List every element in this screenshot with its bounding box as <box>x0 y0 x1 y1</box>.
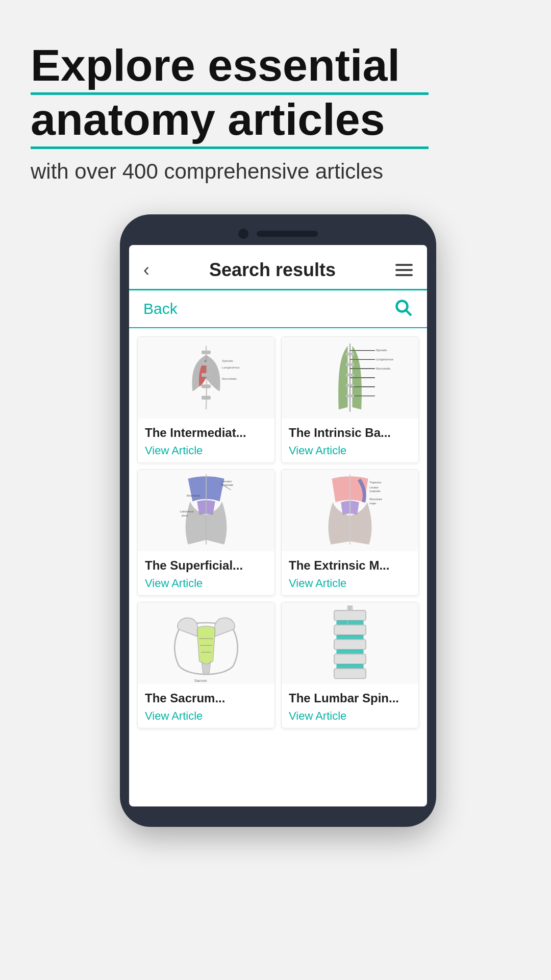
svg-text:dorsi: dorsi <box>182 513 188 517</box>
svg-text:Longissimus: Longissimus <box>222 365 240 369</box>
article-link-3[interactable]: View Article <box>145 577 267 590</box>
svg-rect-7 <box>202 396 211 399</box>
back-button[interactable]: ‹ <box>143 259 149 281</box>
phone-speaker <box>257 231 318 237</box>
article-link-5[interactable]: View Article <box>145 709 267 723</box>
article-info-2: The Intrinsic Ba... View Article <box>282 419 418 462</box>
article-illustration-3: Levator scapulae Latissimus dorsi <box>138 470 274 551</box>
article-title-5: The Sacrum... <box>145 691 267 705</box>
article-info-4: The Extrinsic M... View Article <box>282 551 418 595</box>
svg-rect-48 <box>336 620 363 625</box>
svg-rect-26 <box>346 394 354 397</box>
article-info-6: The Lumbar Spin... View Article <box>282 684 418 728</box>
svg-text:Rhomboid: Rhomboid <box>369 498 382 501</box>
search-icon <box>394 299 413 317</box>
article-card-1[interactable]: Spinalis Longissimus Iliocostalis The In… <box>137 336 275 463</box>
headline-line1: Explore essential <box>31 41 429 95</box>
svg-rect-23 <box>346 363 354 365</box>
article-link-2[interactable]: View Article <box>289 444 411 457</box>
svg-text:Sacrum: Sacrum <box>194 678 207 682</box>
phone-wrapper: ‹ Search results <box>31 214 525 827</box>
svg-rect-53 <box>334 654 366 664</box>
article-card-4[interactable]: Trapezius Levator scapulae Rhomboid majo… <box>281 469 419 596</box>
article-title-3: The Superficial... <box>145 558 267 573</box>
headline-line2: anatomy articles <box>31 95 429 149</box>
main-headline: Explore essential anatomy articles <box>31 41 429 149</box>
article-card-5[interactable]: Sacrum The Sacrum... View Article <box>137 602 275 728</box>
svg-text:major: major <box>369 501 377 504</box>
article-info-3: The Superficial... View Article <box>138 551 274 595</box>
svg-text:Iliocostalis: Iliocostalis <box>376 366 391 370</box>
svg-rect-3 <box>202 350 211 354</box>
article-illustration-6 <box>282 602 418 684</box>
svg-text:Rhomboid: Rhomboid <box>187 494 200 497</box>
hamburger-line-1 <box>395 264 413 266</box>
article-info-5: The Sacrum... View Article <box>138 684 274 728</box>
article-card-6[interactable]: The Lumbar Spin... View Article <box>281 602 419 728</box>
article-illustration-1: Spinalis Longissimus Iliocostalis <box>138 337 274 419</box>
article-title-2: The Intrinsic Ba... <box>289 426 411 440</box>
svg-point-0 <box>397 301 408 311</box>
svg-rect-6 <box>202 384 211 388</box>
hamburger-line-2 <box>395 269 413 271</box>
page-wrapper: Explore essential anatomy articles with … <box>0 0 551 980</box>
svg-rect-24 <box>346 374 354 376</box>
svg-rect-25 <box>346 384 354 386</box>
svg-text:scapulae: scapulae <box>221 483 233 486</box>
article-image-6 <box>282 602 418 684</box>
svg-line-1 <box>406 310 411 315</box>
article-link-6[interactable]: View Article <box>289 709 411 723</box>
svg-rect-22 <box>346 353 354 355</box>
phone-camera <box>238 229 248 239</box>
phone-screen: ‹ Search results <box>129 245 427 806</box>
svg-rect-54 <box>336 664 363 668</box>
search-button[interactable] <box>394 299 413 319</box>
article-title-6: The Lumbar Spin... <box>289 691 411 705</box>
svg-rect-47 <box>334 610 366 621</box>
search-bar <box>129 290 427 328</box>
hamburger-menu-button[interactable] <box>395 264 413 276</box>
svg-rect-55 <box>334 668 366 678</box>
hamburger-line-3 <box>395 274 413 276</box>
svg-text:Trapezius: Trapezius <box>369 480 382 483</box>
article-info-1: The Intermediat... View Article <box>138 419 274 462</box>
article-illustration-2: Spinalis Longissimus Iliocostalis <box>282 337 418 419</box>
articles-grid: Spinalis Longissimus Iliocostalis The In… <box>129 328 427 737</box>
svg-rect-52 <box>336 649 363 654</box>
svg-rect-51 <box>334 639 366 649</box>
article-image-1: Spinalis Longissimus Iliocostalis <box>138 337 274 419</box>
phone-top-bar <box>129 229 427 239</box>
article-card-3[interactable]: Levator scapulae Latissimus dorsi <box>137 469 275 596</box>
svg-text:Levator: Levator <box>222 479 232 482</box>
app-title: Search results <box>209 259 336 281</box>
svg-rect-50 <box>336 635 363 640</box>
phone-frame: ‹ Search results <box>120 214 436 827</box>
svg-text:Latissimus: Latissimus <box>180 510 193 513</box>
search-input[interactable] <box>143 300 394 317</box>
article-link-1[interactable]: View Article <box>145 444 267 457</box>
article-illustration-5: Sacrum <box>138 602 274 684</box>
app-topbar: ‹ Search results <box>129 245 427 290</box>
svg-text:scapulae: scapulae <box>369 489 380 493</box>
article-link-4[interactable]: View Article <box>289 577 411 590</box>
article-image-4: Trapezius Levator scapulae Rhomboid majo… <box>282 470 418 551</box>
article-image-3: Levator scapulae Latissimus dorsi <box>138 470 274 551</box>
article-title-1: The Intermediat... <box>145 426 267 440</box>
article-title-4: The Extrinsic M... <box>289 558 411 573</box>
svg-rect-5 <box>202 373 211 377</box>
svg-text:Iliocostalis: Iliocostalis <box>222 377 237 380</box>
svg-text:Spinalis: Spinalis <box>376 348 387 352</box>
svg-rect-4 <box>202 361 211 365</box>
svg-text:Spinalis: Spinalis <box>222 358 233 362</box>
subheadline: with over 400 comprehensive articles <box>31 159 474 184</box>
article-image-5: Sacrum <box>138 602 274 684</box>
svg-text:Levator: Levator <box>369 486 379 489</box>
article-illustration-4: Trapezius Levator scapulae Rhomboid majo… <box>282 470 418 551</box>
article-card-2[interactable]: Spinalis Longissimus Iliocostalis <box>281 336 419 463</box>
svg-rect-49 <box>334 625 366 635</box>
article-image-2: Spinalis Longissimus Iliocostalis <box>282 337 418 419</box>
svg-text:Longissimus: Longissimus <box>376 357 394 361</box>
